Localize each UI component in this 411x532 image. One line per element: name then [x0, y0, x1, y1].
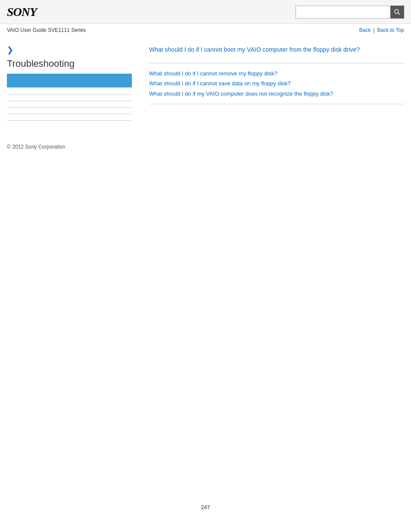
- page-number: 247: [0, 495, 411, 519]
- sidebar-divider-5: [7, 120, 132, 121]
- sony-logo: SONY: [7, 5, 37, 19]
- sidebar-divider-3: [7, 107, 132, 108]
- back-to-top-link[interactable]: Back to Top: [377, 27, 404, 33]
- content-area: What should I do if I cannot boot my VAI…: [140, 45, 404, 127]
- search-icon: [394, 9, 401, 16]
- content-divider-bottom: [149, 104, 404, 104]
- breadcrumb-nav: Back | Back to Top: [359, 27, 404, 33]
- content-links-group: What should I do if I cannot remove my f…: [149, 68, 404, 99]
- search-button[interactable]: [390, 6, 404, 19]
- content-link-3[interactable]: What should I do if my VAIO computer doe…: [149, 89, 404, 99]
- content-link-1[interactable]: What should I do if I cannot remove my f…: [149, 68, 404, 78]
- sidebar-arrow-icon: ❯: [7, 45, 132, 55]
- main-content-link[interactable]: What should I do if I cannot boot my VAI…: [149, 45, 404, 54]
- sidebar-divider-1: [7, 94, 132, 95]
- back-link[interactable]: Back: [359, 27, 371, 33]
- sidebar: ❯ Troubleshooting: [7, 45, 140, 127]
- svg-point-0: [395, 9, 399, 13]
- sidebar-divider-2: [7, 101, 132, 101]
- nav-separator: |: [373, 27, 374, 33]
- search-area: [296, 6, 404, 19]
- svg-line-1: [398, 13, 400, 15]
- header: SONY: [0, 0, 411, 24]
- content-link-2[interactable]: What should I do if I cannot save data o…: [149, 78, 404, 88]
- breadcrumb-bar: VAIO User Guide SVE1111 Series Back | Ba…: [0, 24, 411, 37]
- sidebar-title: Troubleshooting: [7, 58, 132, 69]
- sidebar-highlight-bar: [7, 74, 132, 87]
- search-input[interactable]: [296, 6, 390, 19]
- guide-label: VAIO User Guide SVE1111 Series: [7, 27, 86, 33]
- sidebar-divider-4: [7, 114, 132, 114]
- copyright-text: © 2012 Sony Corporation: [7, 144, 65, 150]
- content-divider: [149, 63, 404, 63]
- footer: © 2012 Sony Corporation: [0, 135, 411, 159]
- main-content: ❯ Troubleshooting What should I do if I …: [0, 37, 411, 135]
